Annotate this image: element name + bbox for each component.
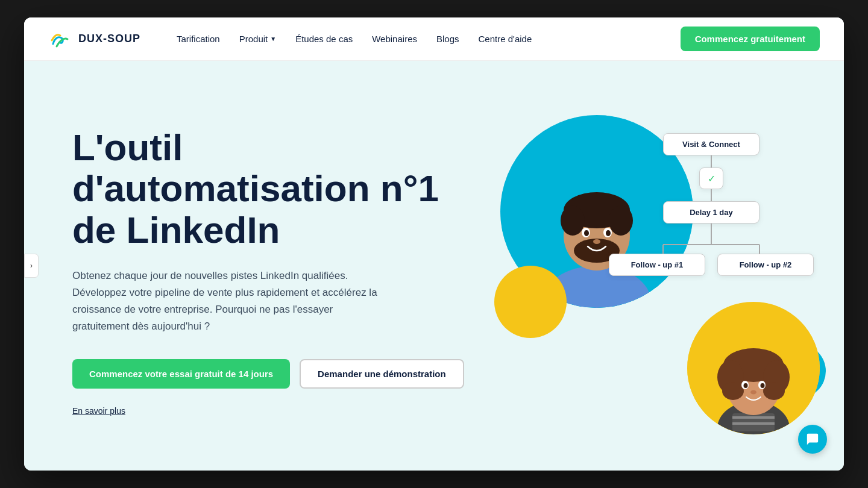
workflow-connector-1 — [711, 155, 712, 167]
workflow-fork-svg — [651, 236, 772, 254]
svg-point-28 — [761, 383, 765, 388]
chat-icon — [806, 433, 819, 446]
hero-description: Obtenez chaque jour de nouvelles pistes … — [72, 267, 386, 335]
nav-webinaires[interactable]: Webinaires — [372, 34, 417, 44]
svg-point-10 — [584, 230, 589, 236]
workflow-step-3: Follow - up #1 — [609, 254, 705, 276]
svg-point-12 — [593, 239, 600, 244]
hero-illustration: Visit & Connect ✓ Delay 1 day Follow - — [464, 97, 820, 446]
svg-point-29 — [750, 390, 756, 395]
workflow-connector-3 — [711, 224, 712, 236]
svg-point-5 — [561, 205, 585, 236]
logo-icon — [48, 27, 72, 51]
logo-text: DUX-SOUP — [78, 33, 140, 45]
yellow-accent-blob — [494, 266, 567, 338]
svg-point-24 — [763, 382, 785, 400]
nav-cta-button[interactable]: Commencez gratuitement — [681, 27, 820, 51]
nav-produit[interactable]: Produit ▼ — [239, 34, 276, 44]
hero-secondary-button[interactable]: Demander une démonstration — [300, 359, 464, 389]
hero-title: L'outil d'automatisation n°1 de LinkedIn — [72, 127, 464, 251]
person-woman-svg — [687, 302, 820, 434]
workflow-step-1: Visit & Connect — [663, 133, 760, 155]
nav-etudes[interactable]: Études de cas — [295, 34, 353, 44]
sidebar-toggle[interactable]: › — [24, 254, 39, 278]
produit-dropdown-icon: ▼ — [270, 36, 276, 42]
hero-section: › L'outil d'automatisation n°1 de Linked… — [24, 61, 844, 471]
svg-point-23 — [722, 382, 744, 400]
logo[interactable]: DUX-SOUP — [48, 27, 140, 51]
nav-centre-aide[interactable]: Centre d'aide — [479, 34, 532, 44]
nav-links: Tarification Produit ▼ Études de cas Web… — [177, 34, 681, 44]
hero-buttons: Commencez votre essai gratuit de 14 jour… — [72, 359, 464, 389]
workflow-connector-2 — [711, 189, 712, 201]
hero-primary-button[interactable]: Commencez votre essai gratuit de 14 jour… — [72, 359, 290, 389]
svg-rect-17 — [732, 422, 775, 425]
navbar: DUX-SOUP Tarification Produit ▼ Études d… — [24, 17, 844, 61]
workflow-bottom-steps: Follow - up #1 Follow - up #2 — [609, 254, 814, 276]
nav-tarification[interactable]: Tarification — [177, 34, 220, 44]
workflow-step-2: Delay 1 day — [663, 201, 760, 224]
svg-rect-16 — [732, 416, 775, 419]
chat-bubble-button[interactable] — [798, 425, 827, 454]
nav-blogs[interactable]: Blogs — [436, 34, 459, 44]
workflow-step-4: Follow - up #2 — [717, 254, 814, 276]
workflow-check-icon: ✓ — [699, 167, 723, 189]
learn-more-link[interactable]: En savoir plus — [72, 406, 125, 416]
workflow-diagram: Visit & Connect ✓ Delay 1 day Follow - — [609, 133, 814, 276]
svg-point-27 — [744, 383, 748, 388]
hero-left: L'outil d'automatisation n°1 de LinkedIn… — [72, 127, 464, 416]
person-circle-woman — [687, 302, 820, 434]
